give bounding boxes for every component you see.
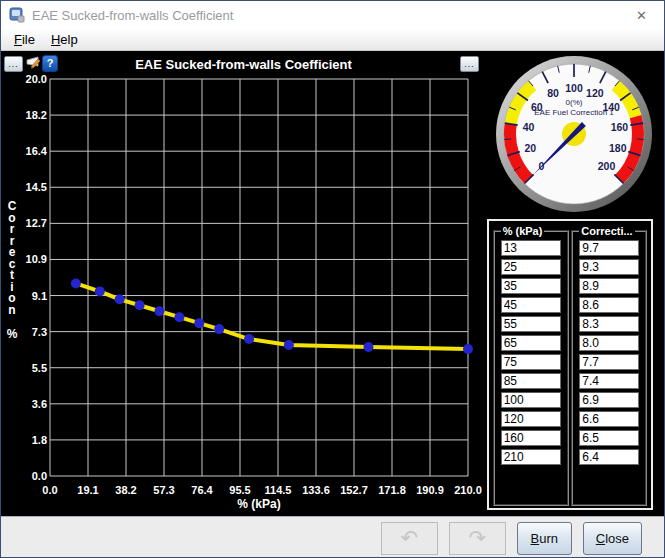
app-icon — [9, 7, 25, 23]
y-tick-label: 12.7 — [26, 217, 47, 229]
gauge-tick-label: 100 — [565, 82, 583, 94]
table-panel: % (kPa)Correcti... — [486, 216, 664, 516]
table-cell-input[interactable] — [501, 449, 561, 465]
y-tick-label: 3.6 — [32, 398, 47, 410]
curve-point[interactable] — [244, 334, 254, 344]
redo-icon: ↷ — [468, 526, 486, 549]
curve-point[interactable] — [154, 306, 164, 316]
x-tick-label: 152.7 — [340, 484, 368, 496]
table-box: % (kPa)Correcti... — [487, 219, 653, 510]
table-column-header: Correcti... — [579, 225, 634, 237]
y-tick-label: 5.5 — [32, 362, 47, 374]
menu-help[interactable]: Help — [43, 30, 86, 49]
x-axis-title: % (kPa) — [237, 497, 280, 511]
table-cell-input[interactable] — [579, 430, 639, 446]
gauge-tick-label: 40 — [523, 121, 535, 133]
undo-button[interactable]: ↶ — [381, 522, 438, 555]
x-tick-label: 190.9 — [416, 484, 444, 496]
gauge-svg: 0204060801001201401601802000(%)EAE Fuel … — [486, 51, 664, 216]
dialog-window: EAE Sucked-from-walls Coefficient ✕ File… — [0, 0, 665, 558]
burn-button[interactable]: Burn — [517, 522, 572, 555]
table-column-header: % (kPa) — [501, 225, 545, 237]
curve-point[interactable] — [284, 340, 294, 350]
table-cell-input[interactable] — [501, 373, 561, 389]
table-cell-input[interactable] — [501, 335, 561, 351]
curve-point[interactable] — [363, 342, 373, 352]
curve-point[interactable] — [174, 312, 184, 322]
close-button[interactable]: Close — [583, 522, 642, 555]
content-area: ... ? EAE Sucked-from-walls Coefficient … — [1, 51, 664, 516]
table-column-0: % (kPa) — [493, 225, 569, 506]
table-cell-input[interactable] — [579, 392, 639, 408]
gauge-tick-label: 80 — [547, 87, 559, 99]
x-tick-label: 76.4 — [191, 484, 213, 496]
chart-svg[interactable]: 20.018.216.414.512.710.99.17.35.53.61.80… — [1, 51, 488, 516]
curve-point[interactable] — [95, 286, 105, 296]
gauge-value-text: 0(%) — [566, 98, 583, 107]
x-tick-label: 133.6 — [302, 484, 330, 496]
table-cell-input[interactable] — [579, 354, 639, 370]
table-cell-input[interactable] — [501, 297, 561, 313]
redo-button[interactable]: ↷ — [449, 522, 506, 555]
curve-line — [76, 283, 468, 349]
table-cell-input[interactable] — [501, 411, 561, 427]
y-tick-label: 7.3 — [32, 326, 47, 338]
x-tick-label: 0.0 — [42, 484, 57, 496]
table-cell-input[interactable] — [501, 259, 561, 275]
y-tick-label: 16.4 — [26, 145, 48, 157]
table-cell-input[interactable] — [579, 373, 639, 389]
gauge-tick-label: 160 — [611, 121, 629, 133]
curve-point[interactable] — [194, 318, 204, 328]
y-tick-label: 1.8 — [32, 434, 47, 446]
undo-icon: ↶ — [400, 526, 418, 549]
x-tick-label: 19.1 — [77, 484, 98, 496]
table-column-1: Correcti... — [571, 225, 647, 506]
footer-bar: ↶ ↷ Burn Close — [1, 516, 664, 558]
menu-bar: File Help — [1, 29, 664, 51]
y-axis-title-unit: % — [7, 327, 18, 341]
gauge-tick-label: 200 — [598, 160, 616, 172]
table-cell-input[interactable] — [579, 240, 639, 256]
gauge-minor-tick — [504, 139, 511, 140]
y-tick-label: 9.1 — [32, 290, 47, 302]
table-cell-input[interactable] — [501, 316, 561, 332]
gauge-tick-label: 180 — [609, 142, 627, 154]
table-cell-input[interactable] — [501, 354, 561, 370]
y-tick-label: 10.9 — [26, 253, 47, 265]
table-cell-input[interactable] — [579, 411, 639, 427]
curve-point[interactable] — [214, 324, 224, 334]
table-cell-input[interactable] — [579, 278, 639, 294]
table-cell-input[interactable] — [579, 335, 639, 351]
curve-point[interactable] — [115, 294, 125, 304]
y-tick-label: 0.0 — [32, 470, 47, 482]
x-tick-label: 95.5 — [229, 484, 250, 496]
right-column: 0204060801001201401601802000(%)EAE Fuel … — [486, 51, 664, 516]
table-cell-input[interactable] — [579, 297, 639, 313]
table-cell-input[interactable] — [579, 259, 639, 275]
curve-point[interactable] — [135, 300, 145, 310]
curve-point[interactable] — [71, 278, 81, 288]
menu-file[interactable]: File — [6, 30, 43, 49]
gauge-tick-label: 120 — [586, 87, 604, 99]
window-title: EAE Sucked-from-walls Coefficient — [32, 8, 619, 23]
x-tick-label: 38.2 — [115, 484, 136, 496]
gauge-label: EAE Fuel Correction 1 — [534, 108, 614, 117]
y-tick-label: 18.2 — [26, 109, 47, 121]
table-cell-input[interactable] — [501, 392, 561, 408]
curve-point[interactable] — [463, 344, 473, 354]
y-axis-title-char: n — [8, 303, 15, 317]
table-cell-input[interactable] — [579, 316, 639, 332]
x-tick-label: 114.5 — [265, 484, 292, 496]
close-window-button[interactable]: ✕ — [619, 1, 664, 29]
y-tick-label: 20.0 — [26, 73, 47, 85]
gauge-minor-tick — [637, 139, 644, 140]
table-cell-input[interactable] — [501, 240, 561, 256]
x-tick-label: 210.0 — [454, 484, 482, 496]
table-cell-input[interactable] — [579, 449, 639, 465]
curve-editor-panel[interactable]: ... ? EAE Sucked-from-walls Coefficient … — [1, 51, 486, 516]
y-tick-label: 14.5 — [26, 181, 47, 193]
title-bar: EAE Sucked-from-walls Coefficient ✕ — [1, 1, 664, 29]
table-cell-input[interactable] — [501, 430, 561, 446]
gauge-panel[interactable]: 0204060801001201401601802000(%)EAE Fuel … — [486, 51, 664, 216]
table-cell-input[interactable] — [501, 278, 561, 294]
